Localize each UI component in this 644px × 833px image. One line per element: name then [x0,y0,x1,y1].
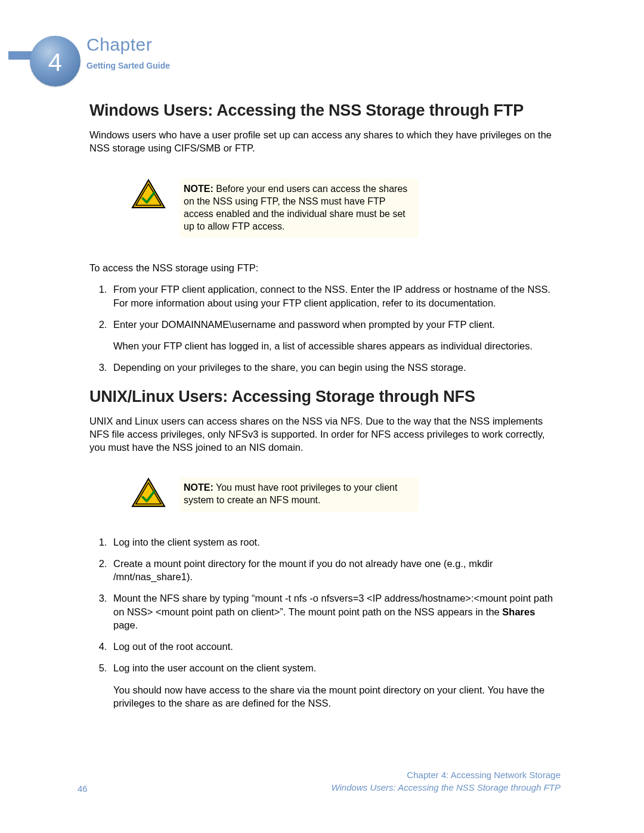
section1-intro: Windows users who have a user profile se… [89,128,561,155]
step-text: Enter your DOMAINNAME\username and passw… [113,319,495,330]
list-item: Enter your DOMAINNAME\username and passw… [110,318,561,353]
warning-checkmark-icon [131,478,166,509]
note-body: You must have root privileges to your cl… [184,482,397,505]
note-label: NOTE: [184,184,213,194]
list-item: Depending on your privileges to the shar… [110,361,561,374]
page-number: 46 [78,784,88,794]
section1-steps: From your FTP client application, connec… [106,283,561,374]
chapter-number: 4 [48,50,62,75]
step-text: Mount the NFS share by typing “mount -t … [113,593,553,617]
list-item: Create a mount point directory for the m… [110,557,561,584]
section2-note-text: NOTE: You must have root privileges to y… [180,478,419,511]
note-label: NOTE: [184,482,213,493]
section1-lead: To access the NSS storage using FTP: [89,261,561,274]
page-footer: 46 Chapter 4: Accessing Network Storage … [78,769,561,794]
footer-chapter: Chapter 4: Accessing Network Storage [332,769,561,781]
step-text: Log into the client system as root. [113,537,260,547]
list-item: Mount the NFS share by typing “mount -t … [110,592,561,631]
note-body: Before your end users can access the sha… [184,184,407,231]
list-item: From your FTP client application, connec… [110,283,561,309]
step-extra: You should now have access to the share … [113,683,561,710]
step-text: Log into the user account on the client … [113,662,316,673]
list-item: Log into the client system as root. [110,535,561,549]
section2-title: UNIX/Linux Users: Accessing Storage thro… [89,388,561,406]
section1-note-text: NOTE: Before your end users can access t… [180,179,419,237]
section2-note: NOTE: You must have root privileges to y… [131,478,561,511]
list-item: Log out of the root account. [110,640,561,653]
chapter-label: Chapter [86,35,170,55]
warning-checkmark-icon [131,179,166,210]
chapter-header: Chapter Getting Sarted Guide [86,35,170,70]
chapter-badge: 4 [30,36,80,86]
section2-steps: Log into the client system as root. Crea… [106,535,561,710]
step-extra: When your FTP client has logged in, a li… [113,339,561,352]
list-item: Log into the user account on the client … [110,661,561,710]
section2-intro: UNIX and Linux users can access shares o… [89,414,561,454]
page-content: Windows Users: Accessing the NSS Storage… [89,101,561,718]
footer-section: Windows Users: Accessing the NSS Storage… [332,781,561,794]
step-text: Create a mount point directory for the m… [113,558,493,582]
step-bold: Shares [502,606,535,617]
step-tail: page. [113,620,138,630]
step-text: From your FTP client application, connec… [113,284,550,308]
step-text: Depending on your privileges to the shar… [113,362,466,373]
step-text: Log out of the root account. [113,641,233,652]
footer-right: Chapter 4: Accessing Network Storage Win… [332,769,561,794]
guide-name: Getting Sarted Guide [86,61,170,70]
document-page: 4 Chapter Getting Sarted Guide Windows U… [0,0,644,833]
section1-note: NOTE: Before your end users can access t… [131,179,561,237]
section1-title: Windows Users: Accessing the NSS Storage… [89,101,561,120]
